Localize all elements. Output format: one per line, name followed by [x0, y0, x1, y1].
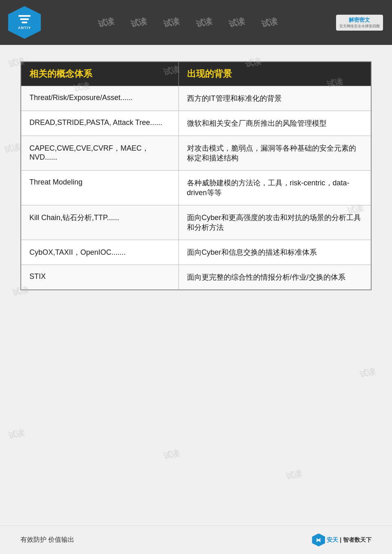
badge-bottom: 安天网络安全令牌第四圈 — [339, 24, 380, 29]
table-cell-right: 西方的IT管理和标准化的背景 — [178, 86, 371, 111]
footer-brand-sub: 智者数天下 — [343, 536, 372, 543]
header-watermarks: 试读 试读 试读 试读 试读 试读 — [41, 17, 335, 28]
table-cell-left: DREAD,STRIDE,PASTA, Attack Tree...... — [21, 111, 178, 136]
body-wm-12: 试读 — [285, 468, 303, 482]
footer-logo-icon — [312, 534, 325, 547]
content-table: 相关的概念体系 出现的背景 Threat/Risk/Exposure/Asset… — [20, 61, 372, 290]
table-cell-left: STIX — [21, 265, 178, 290]
main-content: 相关的概念体系 出现的背景 Threat/Risk/Exposure/Asset… — [0, 45, 392, 307]
badge-top: 解密密文 — [339, 16, 380, 24]
right-badge: 解密密文 安天网络安全令牌第四圈 — [336, 15, 383, 31]
footer-brand-separator: | — [340, 536, 341, 543]
footer: 有效防护 价值输出 安天 | 智者数天下 — [0, 525, 392, 554]
table-cell-right: 各种威胁建模的方法论，工具，risk-centric，data-driven等等 — [178, 171, 371, 205]
wm4: 试读 — [195, 16, 214, 30]
header: ANTIY 试读 试读 试读 试读 试读 试读 解密密文 安天网络安全令牌第四圈 — [0, 0, 392, 45]
table-row: STIX面向更完整的综合性的情报分析/作业/交换的体系 — [21, 265, 371, 290]
footer-brand-text: 安天 | 智者数天下 — [327, 536, 372, 544]
wm5: 试读 — [228, 16, 246, 30]
logo-label: ANTIY — [18, 26, 31, 30]
col2-header: 出现的背景 — [178, 62, 371, 86]
body-wm-11: 试读 — [163, 447, 181, 462]
table-cell-left: CybOX,TAXII，OpenIOC....... — [21, 240, 178, 265]
col1-header: 相关的概念体系 — [21, 62, 178, 86]
table-cell-right: 面向Cyber和信息交换的描述和标准体系 — [178, 240, 371, 265]
wm3: 试读 — [163, 16, 181, 30]
table-row: CybOX,TAXII，OpenIOC.......面向Cyber和信息交换的描… — [21, 240, 371, 265]
footer-brand-main: 安天 — [327, 536, 338, 543]
table-row: CAPEC,CWE,CVE,CVRF，MAEC，NVD......对攻击模式，脆… — [21, 136, 371, 171]
table-cell-left: Kill Chain,钻石分析,TTP...... — [21, 205, 178, 240]
table-row: Threat/Risk/Exposure/Asset......西方的IT管理和… — [21, 86, 371, 111]
header-right-logo: 解密密文 安天网络安全令牌第四圈 — [335, 8, 384, 37]
table-row: Threat Modeling各种威胁建模的方法论，工具，risk-centri… — [21, 171, 371, 205]
table-cell-right: 对攻击模式，脆弱点，漏洞等各种基础的安全元素的标定和描述结构 — [178, 136, 371, 171]
table-cell-left: CAPEC,CWE,CVE,CVRF，MAEC，NVD...... — [21, 136, 178, 171]
table-cell-left: Threat/Risk/Exposure/Asset...... — [21, 86, 178, 111]
footer-brand: 安天 | 智者数天下 — [312, 534, 372, 547]
table-row: Kill Chain,钻石分析,TTP......面向Cyber和更高强度的攻击… — [21, 205, 371, 240]
table-cell-right: 微软和相关安全厂商所推出的风险管理模型 — [178, 111, 371, 136]
table-cell-right: 面向更完整的综合性的情报分析/作业/交换的体系 — [178, 265, 371, 290]
wm6: 试读 — [261, 16, 279, 30]
body-wm-9: 试读 — [359, 366, 377, 380]
table-cell-left: Threat Modeling — [21, 171, 178, 205]
wm2: 试读 — [130, 16, 148, 30]
antiy-logo: ANTIY — [8, 6, 41, 39]
table-row: DREAD,STRIDE,PASTA, Attack Tree......微软和… — [21, 111, 371, 136]
body-wm-10: 试读 — [7, 427, 26, 441]
wm1: 试读 — [97, 16, 116, 30]
footer-tagline: 有效防护 价值输出 — [20, 536, 74, 544]
table-cell-right: 面向Cyber和更高强度的攻击和对抗的场景的分析工具和分析方法 — [178, 205, 371, 240]
